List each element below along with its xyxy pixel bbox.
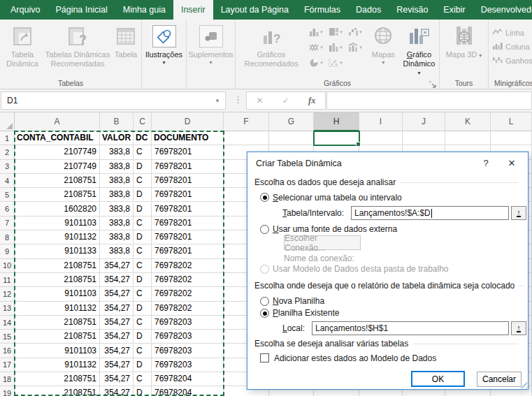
- cell-D3[interactable]: 76978201: [152, 160, 224, 174]
- cell-D1[interactable]: DOCUMENTO: [152, 131, 224, 145]
- table-button[interactable]: Tabela: [111, 22, 141, 83]
- cell-D5[interactable]: 76978201: [152, 188, 224, 202]
- cell-B8[interactable]: 383,8: [100, 230, 134, 244]
- cell-C18[interactable]: C: [134, 372, 152, 386]
- bar3d-chart-button[interactable]: ▾: [329, 41, 347, 54]
- illustrations-button[interactable]: Ilustrações ▾: [143, 22, 185, 83]
- cell-A13[interactable]: 9101132: [15, 302, 100, 316]
- cell-A16[interactable]: 9101103: [15, 344, 100, 358]
- cell-A5[interactable]: 2108751: [15, 188, 100, 202]
- row-header-6[interactable]: 6: [0, 203, 15, 217]
- column-header-k[interactable]: K: [445, 112, 491, 131]
- row-header-18[interactable]: 18: [0, 372, 15, 386]
- help-icon[interactable]: ?: [475, 153, 497, 173]
- row-header-5[interactable]: 5: [0, 188, 15, 202]
- column-header-g[interactable]: G: [269, 112, 314, 131]
- ok-button[interactable]: OK: [411, 371, 465, 387]
- cell-D17[interactable]: 76978203: [152, 358, 224, 372]
- cell-C12[interactable]: C: [134, 287, 152, 301]
- recommended-charts-button[interactable]: ? Gráficos Recomendados: [236, 22, 306, 83]
- cell-C7[interactable]: C: [134, 217, 152, 230]
- cell-A9[interactable]: 9101133: [15, 244, 100, 258]
- cell-K1[interactable]: [445, 131, 491, 145]
- cell-D8[interactable]: 76978201: [152, 230, 224, 244]
- column-chart-button[interactable]: ▾: [309, 25, 327, 38]
- cell-D15[interactable]: 76978203: [152, 330, 224, 344]
- cell-A6[interactable]: 1602820: [15, 203, 100, 217]
- radio-external-source[interactable]: [260, 225, 269, 234]
- close-icon[interactable]: ✕: [498, 153, 525, 173]
- cell-G1[interactable]: [269, 131, 314, 145]
- cell-A12[interactable]: 9101103: [15, 287, 100, 301]
- column-header-i[interactable]: I: [359, 112, 403, 131]
- cell-C15[interactable]: D: [134, 330, 152, 344]
- row-header-9[interactable]: 9: [0, 244, 15, 258]
- column-header-l[interactable]: L: [491, 112, 532, 131]
- cell-B7[interactable]: 383,8: [100, 217, 134, 230]
- cell-C14[interactable]: C: [134, 316, 152, 330]
- cell-C4[interactable]: C: [134, 174, 152, 188]
- row-header-8[interactable]: 8: [0, 230, 15, 244]
- row-header-14[interactable]: 14: [0, 316, 15, 330]
- cell-C6[interactable]: D: [134, 203, 152, 217]
- tab-f-rmulas[interactable]: Fórmulas: [296, 0, 348, 20]
- cell-B14[interactable]: 354,27: [100, 316, 134, 330]
- scatter-chart-button[interactable]: ▾: [329, 56, 347, 69]
- tab-layout-da-p-gina[interactable]: Layout da Página: [213, 0, 296, 20]
- cell-C17[interactable]: D: [134, 358, 152, 372]
- cancel-icon[interactable]: ✕: [257, 96, 264, 105]
- column-header-h[interactable]: H: [314, 112, 359, 131]
- cell-C2[interactable]: C: [134, 145, 152, 159]
- cell-I1[interactable]: [359, 131, 403, 145]
- cell-D2[interactable]: 76978201: [152, 145, 224, 159]
- cell-B17[interactable]: 354,27: [100, 358, 134, 372]
- row-header-17[interactable]: 17: [0, 358, 15, 372]
- row-header-1[interactable]: 1: [0, 131, 15, 145]
- select-all-corner[interactable]: [0, 112, 15, 131]
- hierarchy-chart-button[interactable]: ▾: [329, 25, 347, 38]
- row-header-2[interactable]: 2: [0, 145, 15, 159]
- cell-C19[interactable]: D: [134, 386, 152, 396]
- choose-connection-button[interactable]: Escolher Conexão...: [284, 235, 361, 250]
- cell-A17[interactable]: 9101132: [15, 358, 100, 372]
- cell-D14[interactable]: 76978203: [152, 316, 224, 330]
- cell-A15[interactable]: 2108751: [15, 330, 100, 344]
- cell-C16[interactable]: C: [134, 344, 152, 358]
- cell-B6[interactable]: 383,8: [100, 203, 134, 217]
- row-header-16[interactable]: 16: [0, 344, 15, 358]
- row-header-13[interactable]: 13: [0, 302, 15, 316]
- cell-A2[interactable]: 2107749: [15, 145, 100, 159]
- cell-A1[interactable]: CONTA_CONTABIL: [15, 131, 100, 145]
- tab-dados[interactable]: Dados: [348, 0, 389, 20]
- line-chart-button[interactable]: ▾: [309, 41, 327, 54]
- maps-button[interactable]: Mapas ▾: [367, 22, 400, 83]
- row-header-15[interactable]: 15: [0, 330, 15, 344]
- tab-p-gina-inicial[interactable]: Página Inicial: [48, 0, 115, 20]
- cell-B16[interactable]: 354,27: [100, 344, 134, 358]
- cell-D11[interactable]: 76978202: [152, 273, 224, 287]
- pivot-table-button[interactable]: Tabela Dinâmica: [1, 22, 44, 83]
- cell-C3[interactable]: D: [134, 160, 152, 174]
- cell-D18[interactable]: 76978204: [152, 372, 224, 386]
- tab-exibir[interactable]: Exibir: [436, 0, 473, 20]
- column-header-a[interactable]: A: [15, 112, 100, 131]
- cell-B15[interactable]: 354,27: [100, 330, 134, 344]
- radio-existing-worksheet-label[interactable]: Planilha Existente: [273, 308, 339, 318]
- cell-B2[interactable]: 383,8: [100, 145, 134, 159]
- tab-desenvolvedor[interactable]: Desenvolvedor: [473, 0, 532, 20]
- cell-J1[interactable]: [403, 131, 445, 145]
- cell-B5[interactable]: 383,8: [100, 188, 134, 202]
- cell-C1[interactable]: DC: [134, 131, 152, 145]
- location-input[interactable]: Lançamentos!$H$1: [312, 321, 509, 335]
- add-ins-button[interactable]: Suplementos ▾: [187, 22, 234, 83]
- cell-C11[interactable]: D: [134, 273, 152, 287]
- cancel-button[interactable]: Cancelar: [477, 372, 522, 387]
- cell-B13[interactable]: 354,27: [100, 302, 134, 316]
- radio-existing-worksheet[interactable]: [260, 309, 269, 318]
- pivot-chart-button[interactable]: Gráfico Dinâmico ▾: [400, 22, 438, 83]
- cell-A7[interactable]: 9101103: [15, 217, 100, 230]
- chevron-down-icon[interactable]: ▼: [215, 98, 220, 104]
- cell-A11[interactable]: 2108751: [15, 273, 100, 287]
- checkbox-add-to-data-model[interactable]: [260, 353, 269, 362]
- cell-B19[interactable]: 354,27: [100, 386, 134, 396]
